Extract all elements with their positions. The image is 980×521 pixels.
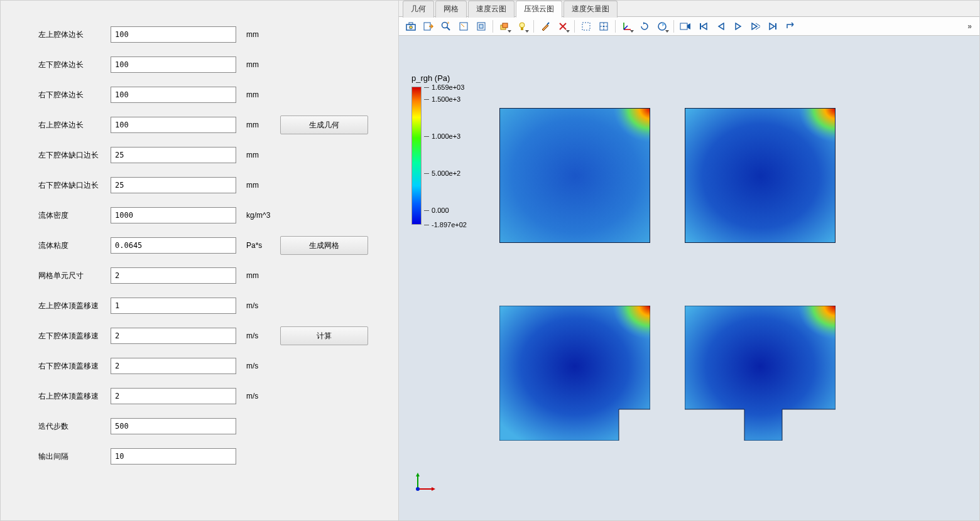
layers-icon[interactable] <box>496 19 513 34</box>
param-label: 左上腔体顶盖移速 <box>38 301 111 311</box>
toolbar-overflow[interactable]: » <box>964 22 976 31</box>
delete-x-icon[interactable] <box>555 19 571 34</box>
param-unit: mm <box>236 121 280 129</box>
param-input[interactable] <box>111 117 236 133</box>
form-row: 迭代步数 <box>38 411 392 441</box>
viewport[interactable]: p_rgh (Pa) 1.659e+03 1.500e+3 1.000e+3 5… <box>399 36 979 520</box>
tab[interactable]: 几何 <box>403 1 434 18</box>
legend-tick-max: 1.659e+03 <box>424 83 464 91</box>
param-unit: m/s <box>236 331 280 340</box>
svg-rect-21 <box>680 23 687 30</box>
form-row: 网格单元尺寸mm <box>38 260 392 291</box>
play-icon[interactable] <box>730 19 746 34</box>
skip-last-icon[interactable] <box>765 19 781 34</box>
param-input[interactable] <box>111 328 236 344</box>
action-button[interactable]: 计算 <box>280 326 368 345</box>
param-label: 左下腔体缺口边长 <box>38 150 111 161</box>
form-row: 左下腔体顶盖移速m/s计算 <box>38 321 392 351</box>
param-input[interactable] <box>111 26 236 43</box>
param-input[interactable] <box>111 448 236 465</box>
tab-bar: 几何网格速度云图压强云图速度矢量图 <box>399 1 979 17</box>
center-target-icon[interactable] <box>596 19 612 34</box>
parameter-panel: 左上腔体边长mm左下腔体边长mm右下腔体边长mm右上腔体边长mm生成几何左下腔体… <box>0 0 399 521</box>
param-unit: m/s <box>236 392 280 400</box>
param-input[interactable] <box>111 358 236 374</box>
tab[interactable]: 压强云图 <box>516 1 562 18</box>
param-unit: mm <box>236 271 280 280</box>
param-input[interactable] <box>111 388 236 404</box>
param-input[interactable] <box>111 267 236 284</box>
param-label: 右上腔体顶盖移速 <box>38 391 111 402</box>
param-unit: m/s <box>236 362 280 370</box>
step-back-icon[interactable] <box>712 19 729 34</box>
svg-rect-1 <box>409 23 413 24</box>
zoom-plus-icon[interactable]: + <box>438 19 454 34</box>
param-unit: mm <box>236 151 280 159</box>
loop-icon[interactable] <box>783 19 799 34</box>
svg-rect-9 <box>479 24 483 28</box>
param-label: 左下腔体顶盖移速 <box>38 331 111 341</box>
param-input[interactable] <box>111 207 236 223</box>
form-row: 左下腔体边长mm <box>38 50 392 80</box>
param-label: 左上腔体边长 <box>38 30 111 40</box>
lightbulb-icon[interactable] <box>514 19 530 34</box>
fit-window-icon[interactable] <box>473 19 489 34</box>
param-unit: Pa*s <box>236 241 280 250</box>
axis-triad-icon <box>411 470 437 495</box>
rotate-icon[interactable] <box>636 19 653 34</box>
export-icon[interactable] <box>420 19 437 34</box>
param-unit: kg/m^3 <box>236 211 280 220</box>
camera-icon[interactable] <box>403 19 419 34</box>
app-root: 左上腔体边长mm左下腔体边长mm右下腔体边长mm右上腔体边长mm生成几何左下腔体… <box>0 0 980 521</box>
svg-rect-31 <box>685 306 836 441</box>
legend-tick: 1.000e+3 <box>424 132 460 140</box>
camera-video-icon[interactable] <box>677 19 694 34</box>
action-button[interactable]: 生成几何 <box>280 115 368 134</box>
action-button[interactable]: 生成网格 <box>280 236 368 255</box>
param-input[interactable] <box>111 56 236 73</box>
form-row: 右下腔体顶盖移速m/s <box>38 351 392 381</box>
svg-rect-11 <box>503 23 508 28</box>
svg-line-5 <box>447 27 450 30</box>
form-row: 左上腔体顶盖移速m/s <box>38 291 392 321</box>
legend-tick: 5.000e+2 <box>424 169 460 177</box>
marquee-icon[interactable] <box>578 19 594 34</box>
param-input[interactable] <box>111 177 236 193</box>
param-input[interactable] <box>111 298 236 314</box>
svg-rect-27 <box>685 109 836 243</box>
param-unit: m/s <box>236 301 280 310</box>
form-row: 右下腔体边长mm <box>38 80 392 110</box>
cavity-top-right <box>685 108 836 243</box>
svg-rect-13 <box>521 28 523 30</box>
tab[interactable]: 速度云图 <box>468 1 514 18</box>
param-input[interactable] <box>111 418 236 434</box>
form-row: 流体密度kg/m^3 <box>38 200 392 230</box>
svg-point-34 <box>416 487 420 491</box>
form-row: 左下腔体缺口边长mm <box>38 140 392 170</box>
cavity-top-left <box>499 108 650 243</box>
tab[interactable]: 速度矢量图 <box>564 1 618 18</box>
param-label: 流体粘度 <box>38 240 111 251</box>
legend-colorbar <box>411 87 422 225</box>
color-legend: p_rgh (Pa) 1.659e+03 1.500e+3 1.000e+3 5… <box>411 73 474 225</box>
rect-select-icon[interactable] <box>455 19 472 34</box>
form-row: 输出间隔 <box>38 441 392 471</box>
brush-icon[interactable] <box>537 19 553 34</box>
svg-rect-25 <box>500 109 650 243</box>
skip-first-icon[interactable] <box>695 19 711 34</box>
param-input[interactable] <box>111 147 236 163</box>
param-input[interactable] <box>111 237 236 254</box>
param-label: 右上腔体边长 <box>38 120 111 131</box>
param-label: 右下腔体顶盖移速 <box>38 361 111 372</box>
axes-icon[interactable] <box>619 19 635 34</box>
param-label: 右下腔体边长 <box>38 90 111 100</box>
param-label: 输出间隔 <box>38 451 111 462</box>
cavity-bottom-left <box>499 306 650 441</box>
param-label: 迭代步数 <box>38 421 111 432</box>
svg-point-16 <box>603 25 605 27</box>
step-forward-icon[interactable] <box>748 19 764 34</box>
param-input[interactable] <box>111 87 236 103</box>
param-unit: mm <box>236 30 280 39</box>
tab[interactable]: 网格 <box>435 1 467 18</box>
pie-rotate-icon[interactable] <box>654 19 670 34</box>
